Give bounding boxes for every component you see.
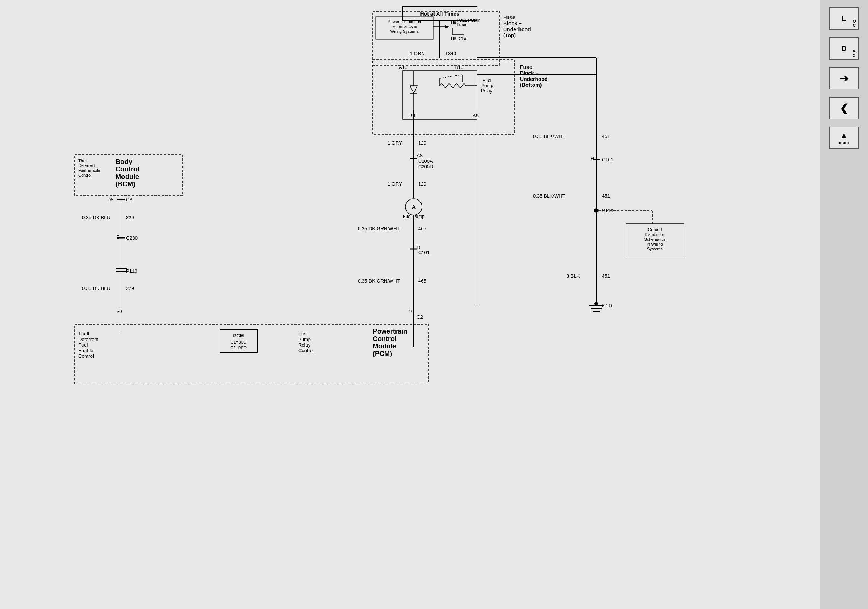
- svg-text:(PCM): (PCM): [373, 350, 392, 358]
- fuse-block-bottom-label: Fuse: [520, 64, 532, 70]
- svg-text:Control: Control: [373, 335, 397, 342]
- svg-text:G110: G110: [602, 303, 614, 308]
- svg-text:A8: A8: [417, 153, 423, 158]
- svg-text:Fuel Enable: Fuel Enable: [78, 168, 100, 172]
- svg-text:Fuel: Fuel: [298, 331, 307, 336]
- svg-text:(BCM): (BCM): [116, 180, 135, 188]
- svg-text:Relay: Relay: [481, 88, 492, 93]
- svg-text:B10: B10: [455, 65, 463, 70]
- svg-text:Fuel: Fuel: [78, 342, 88, 348]
- svg-text:C200D: C200D: [418, 164, 433, 170]
- svg-text:0.35 DK GRN/WHT: 0.35 DK GRN/WHT: [358, 278, 400, 284]
- svg-text:0.35 DK BLU: 0.35 DK BLU: [82, 215, 110, 220]
- svg-text:451: 451: [602, 133, 610, 139]
- svg-text:C2=RED: C2=RED: [230, 346, 247, 350]
- svg-text:D8: D8: [107, 197, 114, 202]
- svg-text:Relay: Relay: [298, 342, 311, 348]
- svg-text:Fuse: Fuse: [457, 22, 466, 27]
- svg-text:0.35 BLK/WHT: 0.35 BLK/WHT: [533, 133, 566, 139]
- svg-text:1 GRY: 1 GRY: [388, 140, 402, 146]
- svg-text:1340: 1340: [445, 51, 456, 56]
- sidebar: L OC D ESC ➔ ❮ ▲ OBD II: [820, 0, 868, 609]
- svg-text:Control: Control: [116, 166, 140, 173]
- svg-text:229: 229: [126, 215, 134, 220]
- svg-text:E: E: [116, 234, 119, 240]
- svg-text:C230: C230: [126, 235, 138, 241]
- back-button[interactable]: ❮: [829, 97, 859, 119]
- svg-text:9: 9: [409, 308, 412, 314]
- svg-text:Pump: Pump: [482, 83, 493, 88]
- svg-text:1 GRY: 1 GRY: [388, 181, 402, 187]
- svg-text:Theft: Theft: [78, 331, 90, 336]
- svg-text:0.35 DK BLU: 0.35 DK BLU: [82, 285, 110, 291]
- svg-text:C101: C101: [602, 157, 614, 163]
- svg-text:20 A: 20 A: [459, 37, 467, 41]
- svg-text:Pump: Pump: [298, 336, 311, 342]
- hot-at-all-times-label: Hot at All Times: [420, 11, 459, 17]
- svg-text:120: 120: [418, 181, 426, 187]
- svg-text:Wiring Systems: Wiring Systems: [390, 29, 419, 34]
- svg-text:FUEL PUMP: FUEL PUMP: [457, 18, 480, 22]
- pcm-label: Powertrain: [373, 328, 408, 335]
- svg-text:PCM: PCM: [233, 333, 244, 338]
- svg-text:3 BLK: 3 BLK: [566, 273, 580, 279]
- svg-text:P110: P110: [126, 268, 137, 274]
- svg-text:Module: Module: [373, 342, 396, 350]
- svg-text:(Bottom): (Bottom): [520, 82, 541, 88]
- svg-text:H8: H8: [451, 37, 456, 41]
- svg-text:Deterrent: Deterrent: [78, 336, 99, 342]
- svg-text:Fuel: Fuel: [483, 78, 491, 83]
- desc-button[interactable]: D ESC: [829, 37, 859, 60]
- svg-text:C101: C101: [418, 250, 430, 255]
- svg-text:Distribution: Distribution: [645, 232, 665, 237]
- svg-text:Schematics: Schematics: [645, 237, 666, 242]
- svg-text:Schematics in: Schematics in: [392, 24, 417, 29]
- svg-text:229: 229: [126, 285, 134, 291]
- diagram-area: Hot at All Times Power Distribution Sche…: [0, 0, 820, 609]
- forward-button[interactable]: ➔: [829, 67, 859, 90]
- svg-text:0.35 BLK/WHT: 0.35 BLK/WHT: [533, 193, 566, 198]
- svg-point-128: [594, 208, 598, 213]
- svg-text:Underhood: Underhood: [503, 26, 531, 33]
- svg-text:0.35 DK GRN/WHT: 0.35 DK GRN/WHT: [358, 226, 400, 231]
- fuse-block-top-label: Fuse: [503, 14, 515, 20]
- svg-text:A8: A8: [473, 113, 479, 119]
- svg-text:Control: Control: [298, 348, 314, 353]
- svg-text:120: 120: [418, 140, 426, 146]
- svg-point-145: [594, 302, 598, 305]
- obd2-button[interactable]: ▲ OBD II: [829, 127, 859, 149]
- svg-text:B8: B8: [409, 113, 415, 119]
- svg-text:C3: C3: [126, 197, 132, 202]
- svg-text:(Top): (Top): [503, 33, 516, 39]
- svg-text:Systems: Systems: [647, 247, 663, 251]
- svg-text:A: A: [412, 204, 415, 210]
- svg-text:Module: Module: [116, 173, 139, 180]
- svg-text:451: 451: [602, 193, 610, 198]
- svg-text:C2: C2: [417, 314, 423, 320]
- svg-text:Ground: Ground: [648, 227, 662, 232]
- svg-text:465: 465: [418, 278, 426, 284]
- svg-text:Control: Control: [78, 353, 94, 359]
- svg-text:C1=BLU: C1=BLU: [231, 340, 246, 344]
- svg-text:Enable: Enable: [78, 348, 93, 353]
- bcm-label: Body: [116, 158, 132, 166]
- svg-text:Block –: Block –: [520, 70, 539, 76]
- svg-text:H: H: [591, 156, 594, 161]
- svg-text:Block –: Block –: [503, 20, 522, 26]
- svg-text:465: 465: [418, 226, 426, 231]
- svg-text:C200A: C200A: [418, 158, 433, 164]
- loc-button[interactable]: L OC: [829, 8, 859, 30]
- power-dist-text: Power Distribution: [388, 19, 421, 24]
- svg-text:Control: Control: [78, 173, 91, 177]
- svg-text:451: 451: [602, 273, 610, 279]
- svg-rect-0: [0, 0, 820, 609]
- svg-text:1 ORN: 1 ORN: [410, 51, 425, 56]
- svg-text:Underhood: Underhood: [520, 76, 548, 82]
- svg-text:H9: H9: [451, 20, 456, 25]
- svg-text:A10: A10: [399, 65, 408, 70]
- svg-text:in Wiring: in Wiring: [647, 242, 663, 246]
- svg-text:Deterrent: Deterrent: [78, 163, 95, 168]
- svg-text:Theft: Theft: [78, 158, 88, 163]
